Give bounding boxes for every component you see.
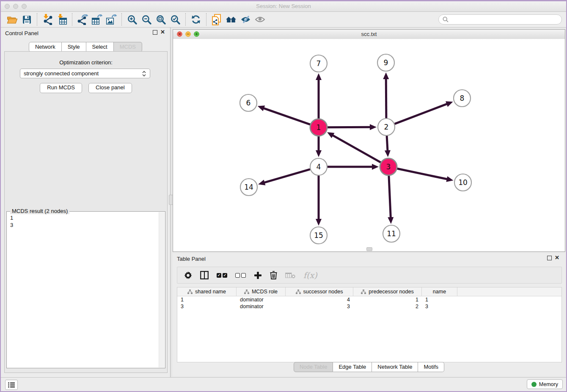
table-cell: 2 — [353, 303, 422, 310]
tab-network-table[interactable]: Network Table — [372, 362, 418, 372]
graph-edge-1-2[interactable] — [328, 127, 372, 127]
show-panel-button[interactable] — [253, 13, 267, 26]
table-cell: dominator — [237, 296, 286, 303]
import-network-button[interactable] — [40, 13, 55, 26]
add-row-button[interactable] — [254, 271, 262, 279]
column-selector-button[interactable] — [200, 271, 209, 279]
close-panel-icon[interactable]: ✕ — [160, 29, 165, 35]
tab-motifs[interactable]: Motifs — [418, 362, 444, 372]
float-panel-icon[interactable] — [153, 30, 157, 35]
table-cell: 1 — [353, 296, 422, 303]
zoom-fit-button[interactable] — [154, 13, 168, 26]
graph-edge-3-10[interactable] — [397, 168, 449, 179]
window-titlebar: Session: New Session — [1, 1, 566, 12]
zoom-fit-icon — [156, 15, 166, 25]
export-image-button[interactable] — [104, 13, 118, 26]
table-body: 1dominator4113dominator323 — [177, 296, 561, 310]
deselect-all-button[interactable] — [235, 273, 246, 278]
column-header-successor-nodes[interactable]: successor nodes — [286, 287, 353, 296]
task-history-button[interactable] — [5, 380, 18, 390]
open-network-file-button[interactable] — [209, 13, 224, 26]
toolbar-separator — [37, 13, 37, 26]
search-field[interactable] — [438, 14, 562, 25]
zoom-out-button[interactable] — [139, 13, 154, 26]
import-network-icon — [42, 14, 53, 25]
tab-node-table[interactable]: Node Table — [294, 362, 333, 372]
mcds-result-line: 1 — [10, 214, 157, 221]
table-cell: 3 — [422, 303, 457, 310]
save-session-button[interactable] — [19, 13, 34, 26]
search-input[interactable] — [451, 16, 558, 23]
table-row[interactable]: 3dominator323 — [177, 303, 561, 310]
graph-edge-3-11[interactable] — [389, 176, 391, 219]
memory-button[interactable]: Memory — [527, 379, 563, 389]
export-table-button[interactable] — [90, 13, 104, 26]
select-all-button[interactable]: ✓ ✓ — [217, 273, 227, 278]
zoom-selected-button[interactable] — [168, 13, 182, 26]
export-image-icon — [105, 14, 117, 25]
table-panel-title: Table Panel — [177, 256, 206, 262]
delete-table-button[interactable] — [285, 272, 295, 279]
graph-edge-arrowhead — [372, 164, 379, 170]
toolbar-separator — [72, 13, 72, 26]
desktop: Session: New Session — [0, 0, 567, 392]
home-button[interactable] — [224, 13, 238, 26]
tab-network[interactable]: Network — [29, 42, 62, 52]
column-header-label: predecessor nodes — [369, 289, 413, 295]
function-builder-button[interactable]: f(x) — [303, 271, 317, 280]
run-mcds-button[interactable]: Run MCDS — [40, 83, 82, 93]
close-table-panel-icon[interactable]: ✕ — [555, 255, 559, 261]
result-scrollbar[interactable] — [159, 212, 165, 367]
memory-status-icon — [531, 382, 537, 387]
open-session-button[interactable] — [5, 13, 19, 26]
graph-edge-2-9[interactable] — [386, 77, 386, 118]
graph-node-label: 3 — [386, 163, 391, 171]
network-view-window: scc.txt 7968124310141511 — [173, 29, 565, 252]
column-header-MCDS-role[interactable]: MCDS role — [237, 287, 286, 296]
network-window-resize-grip[interactable] — [366, 247, 372, 251]
graph-edge-2-3[interactable] — [387, 136, 388, 152]
table-cell: 1 — [422, 296, 457, 303]
hide-panel-button[interactable] — [238, 13, 253, 26]
graph-edge-1-6[interactable] — [262, 108, 310, 125]
export-network-button[interactable] — [75, 13, 90, 26]
graph-node-label: 9 — [384, 58, 388, 67]
app-window: Session: New Session — [1, 1, 566, 391]
optimization-criterion-label: Optimization criterion: — [5, 59, 167, 66]
float-table-panel-icon[interactable] — [547, 256, 552, 260]
settings-gear-button[interactable] — [184, 271, 192, 279]
network-window-titlebar: scc.txt — [173, 30, 565, 39]
optimization-criterion-dropdown[interactable]: strongly connected component — [20, 69, 150, 78]
tab-mcds[interactable]: MCDS — [114, 42, 142, 52]
eye-icon — [255, 16, 265, 23]
refresh-view-button[interactable] — [189, 13, 203, 26]
mcds-result-box: MCDS result (2 nodes) 13 — [6, 211, 165, 368]
window-title: Session: New Session — [1, 3, 566, 9]
delete-row-button[interactable] — [270, 271, 277, 279]
column-header-predecessor-nodes[interactable]: predecessor nodes — [353, 287, 422, 296]
table-row[interactable]: 1dominator411 — [177, 296, 561, 303]
column-header-shared-name[interactable]: shared name — [177, 287, 237, 296]
zoom-in-button[interactable] — [125, 13, 139, 26]
graph-edge-2-8[interactable] — [395, 103, 449, 124]
mcds-result-title: MCDS result (2 nodes) — [10, 208, 69, 214]
graph-edge-4-14[interactable] — [263, 169, 310, 183]
graph-edge-3-1[interactable] — [331, 135, 380, 163]
tab-select[interactable]: Select — [86, 42, 114, 52]
mcds-buttons-row: Run MCDS Close panel — [5, 83, 167, 93]
import-table-button[interactable] — [55, 13, 69, 26]
zoom-out-icon — [142, 15, 151, 25]
network-canvas[interactable]: 7968124310141511 — [173, 39, 565, 251]
graph-node-label: 14 — [244, 183, 253, 191]
column-header-name[interactable]: name — [422, 287, 457, 296]
tab-style[interactable]: Style — [62, 42, 86, 52]
home-icon — [225, 16, 237, 23]
column-header-label: successor nodes — [303, 289, 343, 295]
column-header-label: name — [433, 289, 446, 295]
close-panel-button[interactable]: Close panel — [88, 83, 132, 93]
graph-edge-arrowhead — [316, 219, 322, 226]
tab-edge-table[interactable]: Edge Table — [333, 362, 372, 372]
delete-table-icon — [285, 272, 295, 279]
column-header-label: MCDS role — [252, 289, 278, 295]
hierarchy-icon — [361, 290, 366, 294]
